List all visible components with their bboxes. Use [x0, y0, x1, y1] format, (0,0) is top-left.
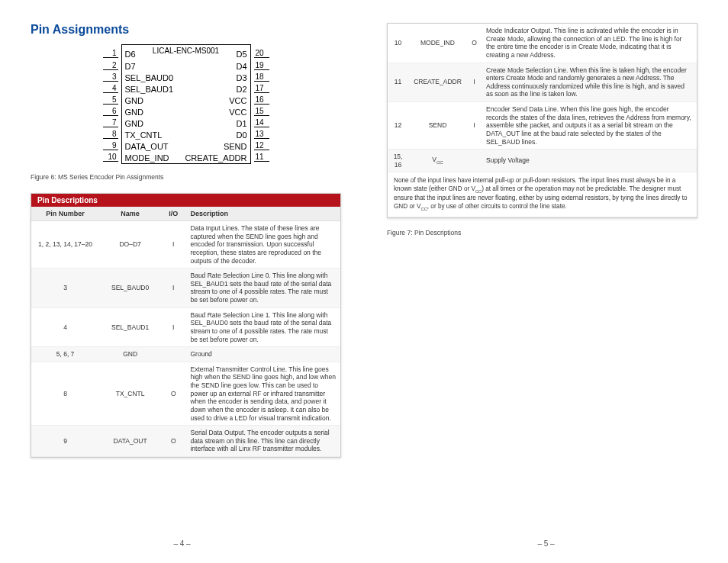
pin-right-20: 20 [251, 44, 269, 60]
cell-io: I [161, 269, 185, 308]
pin-descriptions-table: Pin Descriptions Pin Number Name I/O Des… [31, 193, 341, 458]
th-io: I/O [161, 207, 185, 221]
cell-name: SEND [408, 102, 467, 150]
cell-pin: 4 [31, 307, 99, 347]
cell-desc: Mode Indicator Output. This line is acti… [482, 24, 697, 63]
cell-pin: 5, 6, 7 [31, 347, 99, 362]
cell-io: I [161, 307, 185, 347]
cell-desc: Create Mode Selection Line. When this li… [482, 63, 697, 102]
table-row: 15, 16 VCC Supply Voltage [388, 150, 697, 172]
cell-desc: Data Input Lines. The state of these lin… [185, 221, 340, 269]
cell-name: DATA_OUT [99, 426, 161, 457]
cell-pin: 1, 2, 13, 14, 17–20 [31, 221, 99, 269]
pin-left-8: 8 [103, 128, 121, 140]
cell-io: O [467, 24, 482, 63]
cell-name: MODE_IND [408, 24, 467, 63]
cell-io [467, 150, 482, 172]
table-row: 3 SEL_BAUD0 I Baud Rate Selection Line 0… [31, 269, 340, 308]
table-note: None of the input lines have internal pu… [388, 172, 697, 217]
pin-left-3: 3 [103, 71, 121, 82]
cell-io: O [161, 426, 185, 457]
cell-desc: Ground [185, 347, 340, 362]
cell-pin: 3 [31, 269, 99, 308]
pin-left-7: 7 [103, 117, 121, 128]
cell-name: GND [99, 347, 161, 362]
chip-row: DATA_OUTSEND [122, 140, 250, 152]
cell-pin: 8 [31, 362, 99, 425]
table-row: 12 SEND I Encoder Send Data Line. When t… [388, 102, 697, 150]
chip-part-label: LICAL-ENC-MS001 [122, 47, 250, 55]
table-row: 9 DATA_OUT O Serial Data Output. The enc… [31, 426, 340, 457]
cell-desc: External Transmitter Control Line. This … [185, 362, 340, 425]
page-4: Pin Assignments 12345678910 LICAL-ENC-MS… [0, 0, 364, 563]
cell-desc: Baud Rate Selection Line 0. This line al… [185, 269, 340, 308]
th-pin: Pin Number [31, 207, 99, 221]
cell-pin: 9 [31, 426, 99, 457]
chip-row: MODE_INDCREATE_ADDR [122, 152, 250, 163]
pin-left-4: 4 [103, 82, 121, 94]
table-row: 11 CREATE_ADDR I Create Mode Selection L… [388, 63, 697, 102]
pin-right-18: 18 [251, 71, 269, 82]
pin-left-10: 10 [103, 151, 121, 162]
chip-row: GNDD1 [122, 117, 250, 129]
cell-name: SEL_BAUD1 [99, 307, 161, 347]
cell-pin: 11 [388, 63, 408, 102]
table-row: 1, 2, 13, 14, 17–20 DO–D7 I Data Input L… [31, 221, 340, 269]
pin-left-2: 2 [103, 60, 121, 71]
table-title: Pin Descriptions [31, 194, 340, 207]
pin-right-13: 13 [251, 128, 269, 140]
pin-right-14: 14 [251, 117, 269, 128]
table-row: 8 TX_CNTL O External Transmitter Control… [31, 362, 340, 425]
pin-left-5: 5 [103, 94, 121, 105]
chip-row: D7D4 [122, 60, 250, 72]
table-row: 10 MODE_IND O Mode Indicator Output. Thi… [388, 24, 697, 63]
chip-row: GNDVCC [122, 95, 250, 106]
th-desc: Description [185, 207, 340, 221]
pin-left-9: 9 [103, 140, 121, 151]
th-name: Name [99, 207, 161, 221]
chip-row: SEL_BAUD1D2 [122, 83, 250, 95]
cell-name: SEL_BAUD0 [99, 269, 161, 308]
cell-desc: Encoder Send Data Line. When this line g… [482, 102, 697, 150]
table-note-row: None of the input lines have internal pu… [388, 172, 697, 217]
page-number-left: – 4 – [0, 539, 364, 548]
figure-7-caption: Figure 7: Pin Descriptions [387, 229, 697, 236]
pin-left-1: 1 [103, 44, 121, 60]
cell-pin: 10 [388, 24, 408, 63]
cell-pin: 15, 16 [388, 150, 408, 172]
pin-right-15: 15 [251, 105, 269, 117]
section-title: Pin Assignments [31, 23, 341, 37]
pin-right-12: 12 [251, 140, 269, 151]
pin-right-11: 11 [251, 151, 269, 162]
chip-row: TX_CNTLD0 [122, 129, 250, 140]
page-number-right: – 5 – [364, 539, 728, 548]
table-row: 4 SEL_BAUD1 I Baud Rate Selection Line 1… [31, 307, 340, 347]
cell-io: I [467, 102, 482, 150]
cell-io [161, 347, 185, 362]
cell-name: CREATE_ADDR [408, 63, 467, 102]
cell-io: I [467, 63, 482, 102]
cell-name: VCC [408, 150, 467, 172]
cell-desc: Supply Voltage [482, 150, 697, 172]
pin-right-19: 19 [251, 60, 269, 71]
cell-pin: 12 [388, 102, 408, 150]
cell-name: TX_CNTL [99, 362, 161, 425]
cell-io: O [161, 362, 185, 425]
page-5: 10 MODE_IND O Mode Indicator Output. Thi… [364, 0, 728, 563]
cell-desc: Serial Data Output. The encoder outputs … [185, 426, 340, 457]
pin-left-6: 6 [103, 105, 121, 117]
chip-diagram: 12345678910 LICAL-ENC-MS001 D6D5D7D4SEL_… [31, 44, 341, 164]
pin-descriptions-table-cont: 10 MODE_IND O Mode Indicator Output. Thi… [387, 23, 697, 218]
pin-right-17: 17 [251, 82, 269, 94]
chip-row: GNDVCC [122, 106, 250, 117]
pin-right-16: 16 [251, 94, 269, 105]
chip-row: SEL_BAUD0D3 [122, 72, 250, 83]
cell-name: DO–D7 [99, 221, 161, 269]
table-row: 5, 6, 7 GND Ground [31, 347, 340, 362]
cell-io: I [161, 221, 185, 269]
figure-6-caption: Figure 6: MS Series Encoder Pin Assignme… [31, 173, 341, 181]
cell-desc: Baud Rate Selection Line 1. This line al… [185, 307, 340, 347]
